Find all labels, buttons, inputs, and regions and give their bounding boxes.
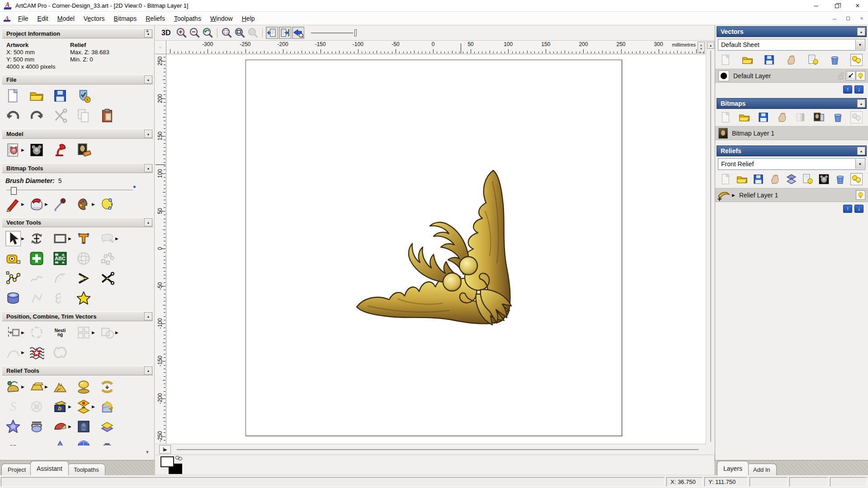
mdi-close-icon[interactable]: × [858,15,865,22]
new-bitmap-layer-icon[interactable] [720,111,732,123]
redo-icon[interactable] [29,108,44,123]
shape-editor-icon[interactable] [52,379,68,394]
lighting-icon[interactable] [52,142,68,158]
trim-vectors-icon[interactable] [99,271,115,286]
delete-relief-layer-icon[interactable] [834,173,846,185]
model-notes-icon[interactable] [5,142,21,158]
collapse-icon[interactable]: ▲ [857,147,865,155]
flyout-arrow-icon[interactable]: ▶ [68,424,71,429]
new-vector-layer-icon[interactable] [720,54,732,66]
offset-relief-icon[interactable] [99,419,115,434]
undo-icon[interactable] [5,108,21,123]
zoom-previous-icon[interactable] [202,27,214,39]
tab-toolpaths[interactable]: Toolpaths [67,464,105,475]
scroll-down-icon[interactable]: ▼ [145,450,150,455]
2d-view-canvas[interactable] [166,54,706,444]
lock-icon[interactable] [836,71,845,80]
paste-icon[interactable] [99,108,115,123]
measure-icon[interactable] [5,251,21,266]
delete-bitmap-layer-icon[interactable] [832,111,844,123]
text-on-curve-icon[interactable] [29,325,44,340]
flyout-arrow-icon[interactable]: ▶ [92,330,95,335]
squash-relief-icon[interactable] [99,379,115,394]
create-arc-icon[interactable] [52,271,68,286]
node-editing-icon[interactable] [99,251,115,266]
canvas-horizontal-scrollbar[interactable]: ▶ [155,444,706,455]
tab-assistant[interactable]: Assistant [30,461,69,475]
weld-vectors-icon[interactable] [99,325,115,340]
merge-bitmap-layers-icon[interactable] [776,111,788,123]
combine-relief-icon[interactable] [76,399,91,414]
chevron-down-icon[interactable]: ▼ [855,159,864,169]
flyout-arrow-icon[interactable]: ▶ [21,202,24,206]
new-relief-layer-icon[interactable] [720,173,732,185]
mdi-minimize-icon[interactable] [831,15,838,22]
save-model-icon[interactable] [52,88,68,103]
open-vector-layer-icon[interactable] [741,54,754,66]
save-bitmap-layer-icon[interactable] [757,111,769,123]
flood-fill-icon[interactable] [29,197,44,212]
move-layer-up-icon[interactable]: ↑ [843,85,852,94]
offset-vector-icon[interactable] [76,271,91,286]
minimize-button[interactable] [806,0,826,12]
cone-relief-icon[interactable] [52,439,68,446]
menu-model[interactable]: Model [53,13,79,24]
flyout-arrow-icon[interactable]: ▶ [68,404,71,409]
bulb-icon[interactable] [856,190,865,200]
mdi-restore-icon[interactable] [844,15,852,22]
save-relief-layer-icon[interactable] [752,173,764,185]
create-star-icon[interactable] [76,291,91,306]
nesting-icon[interactable]: Nesting [52,325,68,340]
menu-file[interactable]: File [14,13,33,24]
sphere-relief-icon[interactable] [76,439,91,446]
slider-handle[interactable] [354,29,357,37]
flyout-arrow-icon[interactable]: ▶ [92,202,95,206]
sculpting-icon[interactable] [5,379,21,394]
interlock-vectors-icon[interactable] [52,345,68,360]
greyscale-model-icon[interactable] [29,142,44,158]
zoom-objects-icon[interactable] [234,27,246,39]
distort-grid-icon[interactable] [76,251,91,266]
fillet-tool-icon[interactable] [5,291,21,306]
ruler-origin-icon[interactable]: ⁘ [155,41,166,54]
block-copy-icon[interactable] [76,325,91,340]
slice-relief-icon[interactable] [52,419,68,434]
relief-select[interactable]: Front Relief ▼ [718,158,865,170]
move-layer-down-icon[interactable]: ↓ [854,205,863,213]
zoom-in-icon[interactable] [175,27,188,39]
brush-diameter-slider[interactable] [6,187,137,193]
relief-layer-row[interactable]: ▶ Relief Layer 1 [715,188,868,202]
tab-project[interactable]: Project [1,464,32,475]
bitmap-preview-icon[interactable]: ABC [52,251,68,266]
open-relief-layer-icon[interactable] [736,173,748,185]
swirl-relief-icon[interactable] [99,439,115,446]
texture-relief-icon[interactable] [5,419,21,434]
greyscale-relief-icon[interactable] [818,173,830,185]
zoom-out-icon[interactable] [189,27,201,39]
pan-view-icon[interactable] [266,27,278,39]
tab-add-in[interactable]: Add In [747,464,777,475]
cut-icon[interactable] [52,108,68,123]
combine-relief-icon[interactable] [785,173,797,185]
all-layers-visible-icon[interactable] [850,54,863,66]
restore-button[interactable] [826,0,847,12]
menu-help[interactable]: Help [237,13,259,24]
create-polyline-icon[interactable] [5,271,21,286]
vector-doctor-icon[interactable] [29,251,44,266]
bitmap-layer-row[interactable]: Bitmap Layer 1 [715,126,868,140]
toggle-visibility-icon[interactable] [802,173,814,185]
flyout-arrow-icon[interactable]: ▶ [115,330,118,335]
press-mould-icon[interactable] [29,419,44,434]
scroll-button-icon[interactable]: ▲ [707,42,714,49]
menu-reliefs[interactable]: Reliefs [141,13,170,24]
create-rectangle-icon[interactable] [52,231,68,246]
wrap-vectors-icon[interactable] [29,345,44,360]
collapse-icon[interactable]: ▲ [857,99,865,108]
free-sketch-icon[interactable] [29,271,44,286]
flyout-arrow-icon[interactable]: ▶ [21,385,24,389]
load-relief-icon[interactable] [99,399,115,414]
delete-vector-layer-icon[interactable] [829,54,841,66]
toggle-visibility-icon[interactable] [807,54,819,66]
vector-sheet-select[interactable]: Default Sheet ▼ [718,39,865,51]
mesh-tray-icon[interactable] [29,439,44,446]
